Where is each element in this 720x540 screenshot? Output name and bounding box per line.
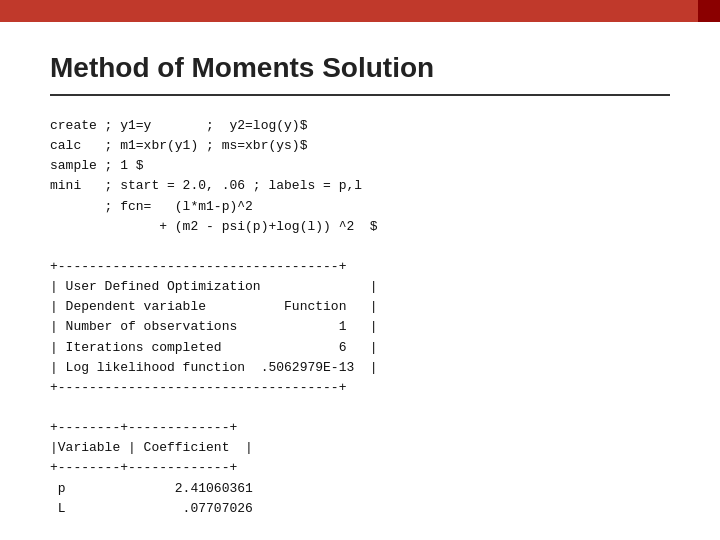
code-line-6: + (m2 - psi(p)+log(l)) ^2 $ — [50, 219, 378, 234]
table2-row-2: L .07707026 — [50, 501, 253, 516]
table2-mid: +--------+-------------+ — [50, 460, 237, 475]
table2-row-1: p 2.41060361 — [50, 481, 253, 496]
code-line-2: calc ; m1=xbr(y1) ; ms=xbr(ys)$ — [50, 138, 307, 153]
table1-border-bottom: +------------------------------------+ — [50, 380, 346, 395]
table1-row-3: | Number of observations 1 | — [50, 319, 378, 334]
code-line-1: create ; y1=y ; y2=log(y)$ — [50, 118, 307, 133]
table1-row-4: | Iterations completed 6 | — [50, 340, 378, 355]
code-line-3: sample ; 1 $ — [50, 158, 144, 173]
divider — [50, 94, 670, 96]
table1-row-5: | Log likelihood function .5062979E-13 | — [50, 360, 378, 375]
code-line-5: ; fcn= (l*m1-p)^2 — [50, 199, 253, 214]
code-block: create ; y1=y ; y2=log(y)$ calc ; m1=xbr… — [50, 116, 670, 519]
table2-top: +--------+-------------+ — [50, 420, 237, 435]
table1-row-1: | User Defined Optimization | — [50, 279, 378, 294]
page-title: Method of Moments Solution — [50, 52, 670, 84]
code-line-4: mini ; start = 2.0, .06 ; labels = p,l — [50, 178, 362, 193]
table2-header: |Variable | Coefficient | — [50, 440, 253, 455]
top-bar-corner — [698, 0, 720, 22]
top-bar — [0, 0, 720, 22]
table1-row-2: | Dependent variable Function | — [50, 299, 378, 314]
table1-border-top: +------------------------------------+ — [50, 259, 346, 274]
page-content: Method of Moments Solution create ; y1=y… — [0, 22, 720, 540]
